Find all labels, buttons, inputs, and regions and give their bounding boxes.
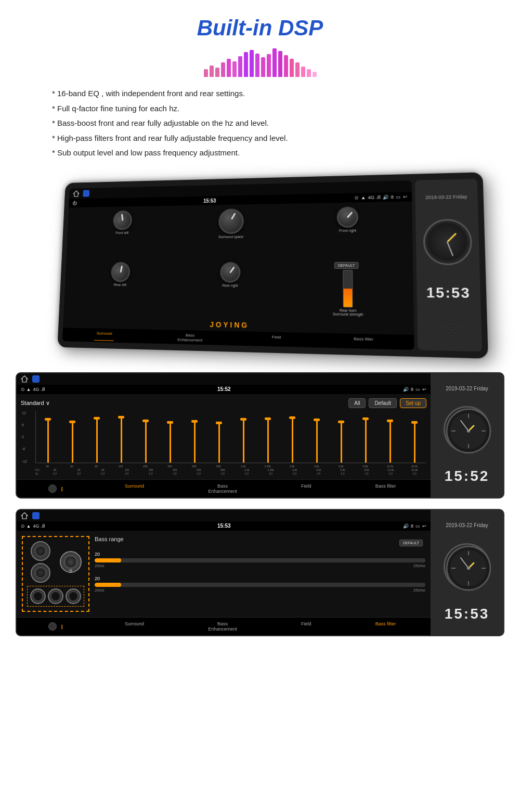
slider-2-track[interactable] <box>95 583 425 587</box>
bass-speaker-icon: 🔊 <box>403 523 409 529</box>
fc-val-8: 800 <box>211 468 235 472</box>
tab-bass-enhancement-1[interactable]: BassEnhancement <box>176 332 205 343</box>
eq-ch-1[interactable] <box>36 411 60 463</box>
slider-1-min: 20Hz <box>95 564 105 568</box>
circle-button[interactable] <box>48 484 57 493</box>
fc-val-4: 125 <box>115 468 138 472</box>
eq-ch-4[interactable] <box>109 411 133 463</box>
freq-labels-row: 30 50 80 125 200 320 500 800 1.0k 1.25k … <box>35 465 426 468</box>
eq-top-icons <box>17 373 431 385</box>
q-val-15: 2.0 <box>379 472 402 475</box>
tab-field-1[interactable]: Field <box>270 334 283 345</box>
knob-rear-left[interactable]: Rear left <box>68 262 174 313</box>
equalizer-icon[interactable]: ⫿ <box>61 486 64 492</box>
eq-ch-7[interactable] <box>183 411 206 463</box>
tab-bass-enhancement-2[interactable]: BassEnhancement <box>205 482 240 495</box>
knob-dial-front-right[interactable] <box>334 204 361 230</box>
circle-button-3[interactable] <box>48 622 57 631</box>
default-button-1[interactable]: DEFAULT <box>334 261 359 268</box>
bass-slider-2: 20 20Hz 250Hz <box>95 576 425 593</box>
knob-dial-rear-right[interactable] <box>218 259 243 285</box>
eq-ch-8[interactable] <box>207 411 231 463</box>
speaker-icon: 🔊 <box>383 194 389 200</box>
tab-field-3[interactable]: Field <box>298 620 315 633</box>
statusbar-3-right: 🔊 8 ▭ ↩ <box>403 523 426 529</box>
knob-rear-right[interactable]: Rear right <box>174 261 287 315</box>
bass-back-icon[interactable]: ↩ <box>422 523 426 529</box>
eq-preset-label: Standard <box>21 400 44 406</box>
tab-field-2[interactable]: Field <box>298 482 315 495</box>
eq-date: 2019-03-22 Friday <box>446 386 488 391</box>
knob-dial-rear-left[interactable] <box>110 260 131 283</box>
speaker-bottom-1 <box>30 588 46 604</box>
eq-ch-9[interactable] <box>231 411 255 463</box>
speaker-bottom-3 <box>66 588 81 604</box>
freq-label-2: 50 <box>60 465 84 468</box>
tab-bass-filter-2[interactable]: Bass filter <box>372 482 399 495</box>
eq-ch-12[interactable] <box>305 411 329 463</box>
minute-hand-1 <box>447 241 453 256</box>
scale-neg6: -6 <box>22 447 27 451</box>
tab-surround-1[interactable]: Surround <box>94 330 114 340</box>
bass-default-btn[interactable]: DEFAULT <box>399 540 423 546</box>
eq-screen: ⊙ ▲ 4G .ill 15:52 🔊 8 ▭ ↩ Standard ∨ All… <box>17 373 431 497</box>
statusbar-2-left: ⊙ ▲ 4G .ill <box>21 387 45 392</box>
feature-1: 16-band EQ , with independent front and … <box>52 86 468 101</box>
fc-label: FC: <box>35 468 43 472</box>
tab-surround-3[interactable]: Surround <box>122 620 147 633</box>
eq-ch-10[interactable] <box>256 411 280 463</box>
bass-signal: 4G .ill <box>33 523 45 529</box>
slider-1-track[interactable] <box>95 558 425 562</box>
bass-wifi-icon: ⊙ ▲ <box>21 523 31 529</box>
statusbar-3: ⊙ ▲ 4G .ill 15:53 🔊 8 ▭ ↩ <box>17 521 431 531</box>
eq-setup-button[interactable]: Set up <box>400 398 426 408</box>
eq-ch-16[interactable] <box>402 411 426 463</box>
eq-home-icon[interactable] <box>21 375 28 383</box>
eq-preset-selector[interactable]: Standard ∨ <box>21 400 50 407</box>
q-val-10: 2.0 <box>259 472 282 475</box>
bass-sliders-area: Bass range DEFAULT 20 20Hz 250Hz <box>95 536 425 612</box>
fc-val-9: 1.0k <box>235 468 258 472</box>
eq-ch-5[interactable] <box>134 411 158 463</box>
knob-dial-front-left[interactable] <box>110 206 135 233</box>
bass-nav-left: ⫿ <box>48 620 64 633</box>
bass-home-icon[interactable] <box>21 512 28 519</box>
fc-val-10: 1.25k <box>259 468 282 472</box>
eq-battery: 8 <box>411 387 413 392</box>
knob-front-right[interactable]: Front right <box>289 205 408 259</box>
eq-ch-2[interactable] <box>60 411 84 463</box>
q-val-4: 2.0 <box>115 472 138 475</box>
back-icon[interactable]: ↩ <box>403 194 408 199</box>
speaker-bottom-row <box>27 586 84 607</box>
eq-back-icon[interactable]: ↩ <box>422 387 426 392</box>
tab-bass-enhancement-3[interactable]: BassEnhancement <box>205 620 240 633</box>
eq-ch-3[interactable] <box>85 411 109 463</box>
eq-ch-6[interactable] <box>158 411 182 463</box>
vent-7 <box>441 329 445 332</box>
eq-ch-11[interactable] <box>280 411 304 463</box>
knob-front-left[interactable]: Front left <box>70 209 175 260</box>
eq-default-button[interactable]: Default <box>369 398 397 408</box>
eq-ch-14[interactable] <box>354 411 378 463</box>
nav-bottom-2: ⫿ Surround BassEnhancement Field Bass fi… <box>17 479 431 497</box>
eq-ch-15[interactable] <box>378 411 402 463</box>
vent-holes <box>433 321 465 335</box>
freq-label-7: 500 <box>182 465 206 468</box>
knob-surround-space[interactable]: Surround space <box>176 207 288 260</box>
knob-dial-surround[interactable] <box>216 206 246 235</box>
eq-all-button[interactable]: All <box>348 398 366 408</box>
home-icon[interactable] <box>73 190 80 197</box>
tab-bass-filter-3[interactable]: Bass filter <box>372 620 399 633</box>
eq-ch-13[interactable] <box>329 411 353 463</box>
freq-label-4: 125 <box>109 465 133 468</box>
knob-rear-horn[interactable]: DEFAULT Rear hornSurround strength <box>289 261 409 317</box>
vent-5 <box>459 324 462 328</box>
bass-battery: 8 <box>411 523 413 529</box>
fc-row: FC: 30 50 80 125 200 320 500 800 1.0k 1.… <box>35 468 426 472</box>
tab-surround-2[interactable]: Surround <box>122 482 147 495</box>
freq-label-13: 5.0k <box>329 465 353 468</box>
equalizer-icon-3[interactable]: ⫿ <box>61 623 64 630</box>
tab-bass-filter-1[interactable]: Bass filter <box>352 335 375 347</box>
eq-bars-wrapper: 12 6 0 -6 -12 <box>21 411 426 475</box>
freq-label-3: 80 <box>84 465 108 468</box>
